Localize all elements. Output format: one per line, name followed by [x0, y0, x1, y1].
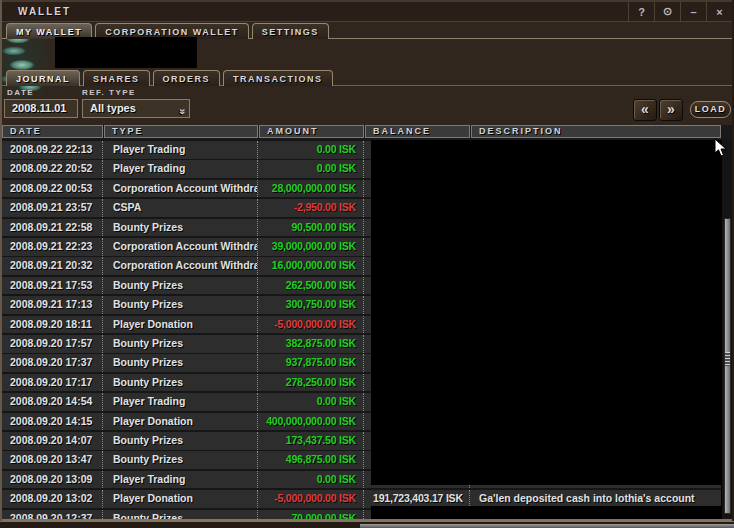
sub-tab-bar: JOURNAL SHARES ORDERS TRANSACTIONS [6, 70, 333, 86]
date-filter-label: DATE [7, 88, 34, 97]
type-cell: Bounty Prizes [103, 374, 258, 392]
date-cell: 2008.09.20 14:54 [2, 393, 103, 411]
type-cell: Bounty Prizes [103, 451, 258, 469]
type-cell: Bounty Prizes [103, 277, 258, 295]
date-cell: 2008.09.21 17:53 [2, 277, 103, 295]
date-cell: 2008.09.21 20:32 [2, 257, 103, 275]
date-cell: 2008.09.20 18:11 [2, 316, 103, 334]
amount-cell: 496,875.00 ISK [258, 451, 364, 469]
chevron-down-icon: » [173, 108, 190, 112]
previous-page-button[interactable]: « [633, 99, 657, 121]
type-cell: Corporation Account Withdrawal [103, 238, 258, 256]
type-cell: Corporation Account Withdrawal [103, 180, 258, 198]
type-cell: Player Trading [103, 393, 258, 411]
date-cell: 2008.09.20 14:15 [2, 413, 103, 431]
window-controls: ? ⊙ – × [628, 2, 732, 21]
date-cell: 2008.09.22 22:13 [2, 141, 103, 159]
redaction-box-table [371, 140, 721, 485]
date-cell: 2008.09.21 22:23 [2, 238, 103, 256]
amount-cell: 39,000,000.00 ISK [258, 238, 364, 256]
scrollbar-grip-icon [725, 352, 730, 366]
type-cell: Player Donation [103, 316, 258, 334]
date-cell: 2008.09.20 14:07 [2, 432, 103, 450]
amount-cell: 0.00 ISK [258, 393, 364, 411]
tab-journal[interactable]: JOURNAL [6, 70, 80, 86]
amount-cell: 0.00 ISK [258, 471, 364, 489]
amount-cell: 937,875.00 ISK [258, 354, 364, 372]
date-cell: 2008.09.21 22:58 [2, 219, 103, 237]
wallet-window: WALLET ? ⊙ – × MY WALLET CORPORATION WAL… [0, 0, 734, 528]
type-cell: Corporation Account Withdrawal [103, 257, 258, 275]
type-cell: Player Trading [103, 141, 258, 159]
type-cell: Bounty Prizes [103, 296, 258, 314]
next-page-button[interactable]: » [659, 99, 683, 121]
amount-cell: 0.00 ISK [258, 160, 364, 178]
amount-cell: -5,000,000.00 ISK [258, 316, 364, 334]
column-header-description[interactable]: DESCRIPTION [471, 125, 721, 138]
amount-cell: 173,437.50 ISK [258, 432, 364, 450]
minimize-button[interactable]: – [680, 2, 706, 21]
type-cell: Bounty Prizes [103, 219, 258, 237]
tab-settings[interactable]: SETTINGS [252, 23, 329, 39]
amount-cell: 16,000,000.00 ISK [258, 257, 364, 275]
amount-cell: -2,950.00 ISK [258, 199, 364, 217]
column-header-type[interactable]: TYPE [104, 125, 258, 138]
date-cell: 2008.09.20 17:57 [2, 335, 103, 353]
window-frame-bottom [0, 519, 734, 522]
date-cell: 2008.09.21 23:57 [2, 199, 103, 217]
date-cell: 2008.09.20 13:47 [2, 451, 103, 469]
type-cell: Player Trading [103, 160, 258, 178]
type-cell: Player Trading [103, 471, 258, 489]
column-header-balance[interactable]: BALANCE [365, 125, 470, 138]
date-input[interactable]: 2008.11.01 [4, 99, 78, 118]
type-cell: CSPA [103, 199, 258, 217]
amount-cell: 382,875.00 ISK [258, 335, 364, 353]
ref-type-filter-label: REF. TYPE [82, 88, 136, 97]
pin-icon[interactable]: ⊙ [654, 2, 680, 21]
window-frame-top [0, 0, 734, 2]
amount-cell: 300,750.00 ISK [258, 296, 364, 314]
redaction-box-balance-header [55, 37, 197, 68]
journal-table-header: DATE TYPE AMOUNT BALANCE DESCRIPTION [2, 125, 732, 140]
amount-cell: 0.00 ISK [258, 141, 364, 159]
ref-type-selected-value: All types [90, 102, 136, 114]
type-cell: Bounty Prizes [103, 432, 258, 450]
window-frame-left [0, 0, 2, 521]
close-button[interactable]: × [706, 2, 732, 21]
title-bar[interactable]: WALLET ? ⊙ – × [0, 2, 734, 22]
column-header-amount[interactable]: AMOUNT [259, 125, 364, 138]
date-cell: 2008.09.21 17:13 [2, 296, 103, 314]
scrollbar-thumb[interactable] [724, 218, 731, 514]
load-button[interactable]: LOAD [690, 101, 731, 118]
type-cell: Bounty Prizes [103, 354, 258, 372]
amount-cell: 278,250.00 ISK [258, 374, 364, 392]
date-cell: 2008.09.20 17:37 [2, 354, 103, 372]
amount-cell: 90,500.00 ISK [258, 219, 364, 237]
window-frame-shadow-light [360, 524, 734, 528]
tab-transactions[interactable]: TRANSACTIONS [223, 70, 333, 86]
vertical-scrollbar[interactable] [721, 140, 732, 520]
tab-orders[interactable]: ORDERS [153, 70, 221, 86]
amount-cell: 262,500.00 ISK [258, 277, 364, 295]
date-cell: 2008.09.20 17:17 [2, 374, 103, 392]
date-cell: 2008.09.22 20:52 [2, 160, 103, 178]
date-cell: 2008.09.20 13:02 [2, 490, 103, 508]
help-button[interactable]: ? [628, 2, 654, 21]
date-cell: 2008.09.22 00:53 [2, 180, 103, 198]
type-cell: Bounty Prizes [103, 335, 258, 353]
type-cell: Player Donation [103, 413, 258, 431]
amount-cell: 28,000,000.00 ISK [258, 180, 364, 198]
mouse-cursor-icon [714, 138, 728, 158]
tab-shares[interactable]: SHARES [83, 70, 150, 86]
date-cell: 2008.09.20 13:09 [2, 471, 103, 489]
type-cell: Player Donation [103, 490, 258, 508]
ref-type-select[interactable]: All types » [82, 99, 190, 118]
window-title: WALLET [18, 6, 71, 17]
column-header-date[interactable]: DATE [2, 125, 103, 138]
amount-cell: -5,000,000.00 ISK [258, 490, 364, 508]
amount-cell: 400,000,000.00 ISK [258, 413, 364, 431]
